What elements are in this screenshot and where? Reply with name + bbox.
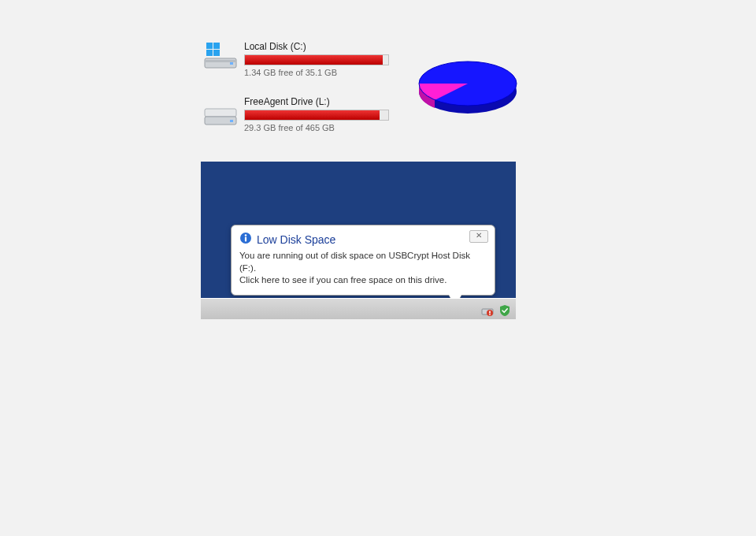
disk-usage-pie-chart	[417, 58, 518, 114]
close-button[interactable]: ✕	[469, 230, 488, 243]
svg-rect-6	[213, 50, 220, 56]
usage-bar	[244, 54, 389, 65]
drive-item[interactable]: FreeAgent Drive (L:) 29.3 GB free of 465…	[203, 96, 392, 132]
taskbar	[201, 298, 516, 319]
drive-name: Local Disk (C:)	[244, 41, 392, 52]
svg-rect-18	[489, 311, 491, 314]
drive-alert-icon[interactable]	[481, 304, 494, 317]
svg-rect-15	[245, 237, 246, 242]
drive-list: Local Disk (C:) 1.34 GB free of 35.1 GB …	[203, 41, 392, 151]
balloon-body: You are running out of disk space on USB…	[239, 250, 487, 287]
svg-rect-9	[230, 120, 233, 122]
usage-bar-fill	[245, 55, 383, 65]
svg-rect-3	[206, 43, 213, 49]
svg-rect-7	[205, 109, 236, 117]
windows-drive-icon	[203, 41, 238, 73]
drive-free-text: 1.34 GB free of 35.1 GB	[244, 68, 392, 77]
desktop-preview: ✕ Low Disk Space You are running out of …	[201, 162, 516, 319]
svg-rect-5	[206, 50, 213, 56]
drive-free-text: 29.3 GB free of 465 GB	[244, 123, 392, 132]
balloon-line: Click here to see if you can free space …	[239, 274, 487, 287]
svg-rect-1	[205, 60, 236, 62]
external-drive-icon	[203, 96, 238, 128]
drive-name: FreeAgent Drive (L:)	[244, 96, 392, 107]
info-icon	[239, 232, 252, 247]
balloon-title: Low Disk Space	[257, 233, 335, 246]
notification-balloon[interactable]: ✕ Low Disk Space You are running out of …	[231, 225, 495, 296]
svg-rect-4	[213, 43, 220, 49]
usage-bar	[244, 110, 389, 121]
system-tray	[481, 304, 511, 317]
usage-bar-fill	[245, 110, 380, 120]
shield-ok-icon[interactable]	[498, 304, 511, 317]
drive-item[interactable]: Local Disk (C:) 1.34 GB free of 35.1 GB	[203, 41, 392, 77]
svg-point-14	[245, 235, 247, 237]
balloon-line: You are running out of disk space on USB…	[239, 250, 487, 274]
svg-rect-2	[230, 62, 233, 65]
svg-rect-19	[489, 314, 491, 315]
